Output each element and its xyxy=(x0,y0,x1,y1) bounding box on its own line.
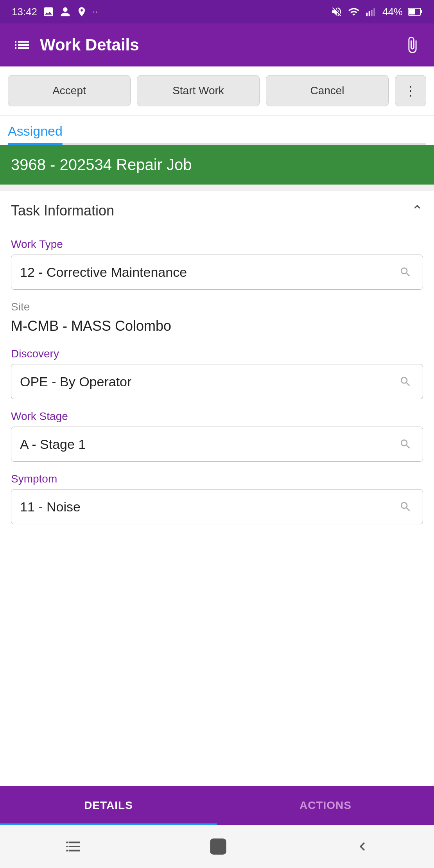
svg-rect-6 xyxy=(409,9,415,14)
status-bar-left: 13:42 ·· xyxy=(12,6,97,18)
status-time: 13:42 xyxy=(12,6,37,18)
symptom-input[interactable]: 11 - Noise xyxy=(11,489,423,524)
app-bar-left: Work Details xyxy=(12,35,139,55)
work-type-input[interactable]: 12 - Corrective Maintenance xyxy=(11,255,423,290)
more-options-button[interactable]: ⋮ xyxy=(395,75,426,106)
home-button[interactable] xyxy=(208,837,228,856)
discovery-value: OPE - By Operator xyxy=(20,374,131,389)
tab-section: Assigned xyxy=(0,116,434,145)
action-buttons-row: Accept Start Work Cancel ⋮ xyxy=(0,66,434,115)
android-nav-bar xyxy=(0,825,434,868)
discovery-search-icon[interactable] xyxy=(397,373,414,390)
wifi-icon xyxy=(348,6,360,18)
bottom-nav-details[interactable]: DETAILS xyxy=(0,799,217,812)
svg-rect-2 xyxy=(371,10,373,16)
work-stage-input[interactable]: A - Stage 1 xyxy=(11,427,423,462)
app-bar: Work Details xyxy=(0,23,434,66)
photo-icon xyxy=(43,6,54,18)
work-stage-search-icon[interactable] xyxy=(397,436,414,453)
site-field: Site M-CMB - MASS Colombo xyxy=(11,301,423,337)
back-button[interactable] xyxy=(354,838,371,855)
app-bar-title: Work Details xyxy=(40,36,139,54)
start-work-button[interactable]: Start Work xyxy=(137,75,260,106)
recent-apps-button[interactable] xyxy=(63,837,82,856)
work-type-value: 12 - Corrective Maintenance xyxy=(20,265,187,280)
battery-icon xyxy=(408,7,422,16)
job-banner: 3968 - 202534 Repair Job xyxy=(0,145,434,185)
svg-rect-1 xyxy=(369,11,370,16)
content-card: Task Information ⌃ Work Type 12 - Correc… xyxy=(0,191,434,786)
work-type-field: Work Type 12 - Corrective Maintenance xyxy=(11,238,423,290)
map-icon xyxy=(76,6,87,17)
assigned-tab[interactable]: Assigned xyxy=(8,116,426,143)
symptom-value: 11 - Noise xyxy=(20,499,81,515)
bottom-nav-actions[interactable]: ACTIONS xyxy=(217,799,434,812)
work-stage-field: Work Stage A - Stage 1 xyxy=(11,410,423,462)
job-banner-text: 3968 - 202534 Repair Job xyxy=(11,156,192,173)
form-section: Work Type 12 - Corrective Maintenance Si… xyxy=(0,238,434,532)
symptom-label: Symptom xyxy=(11,473,423,485)
site-value: M-CMB - MASS Colombo xyxy=(11,316,423,337)
svg-rect-3 xyxy=(373,8,375,16)
cancel-button[interactable]: Cancel xyxy=(266,75,389,106)
discovery-field: Discovery OPE - By Operator xyxy=(11,348,423,399)
bottom-nav-indicator xyxy=(0,823,217,825)
accept-button[interactable]: Accept xyxy=(8,75,131,106)
discovery-input[interactable]: OPE - By Operator xyxy=(11,364,423,399)
work-stage-value: A - Stage 1 xyxy=(20,437,86,452)
work-type-search-icon[interactable] xyxy=(397,264,414,281)
discovery-label: Discovery xyxy=(11,348,423,360)
site-label: Site xyxy=(11,301,423,313)
symptom-field: Symptom 11 - Noise xyxy=(11,473,423,524)
svg-rect-0 xyxy=(366,13,368,16)
section-title: Task Information xyxy=(11,203,114,219)
more-dots: ·· xyxy=(93,7,97,17)
symptom-search-icon[interactable] xyxy=(397,498,414,515)
task-info-header[interactable]: Task Information ⌃ xyxy=(0,191,434,227)
battery-percent: 44% xyxy=(382,6,403,18)
mute-icon xyxy=(331,6,343,18)
bottom-nav: DETAILS ACTIONS xyxy=(0,786,434,825)
svg-rect-7 xyxy=(211,839,226,854)
status-bar: 13:42 ·· 44% xyxy=(0,0,434,23)
status-bar-right: 44% xyxy=(331,6,422,18)
work-stage-label: Work Stage xyxy=(11,410,423,423)
svg-rect-5 xyxy=(421,10,422,13)
person-icon xyxy=(60,6,71,17)
work-type-label: Work Type xyxy=(11,238,423,251)
signal-icon xyxy=(365,6,377,18)
collapse-icon[interactable]: ⌃ xyxy=(411,203,423,219)
menu-icon[interactable] xyxy=(12,35,32,55)
attachment-icon[interactable] xyxy=(402,35,422,55)
